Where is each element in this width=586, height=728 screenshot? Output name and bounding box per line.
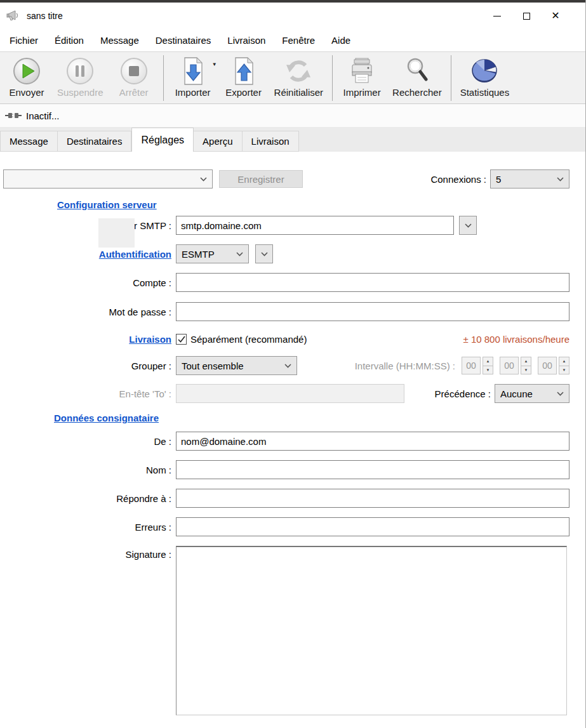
precedence-label: Précédence : [435,388,491,399]
settings-panel: Enregistrer Connexions : 5 Configuration… [0,152,585,715]
consignor-section-row: Données consignataire [0,411,569,424]
pause-button[interactable]: Suspendre [52,54,109,102]
errors-label: Erreurs : [135,522,171,533]
toolbar-separator [163,55,164,101]
interval-ss-value[interactable]: 00 [538,357,557,374]
smtp-input[interactable] [176,216,454,235]
server-config-link[interactable]: Configuration serveur [57,199,157,210]
stop-button[interactable]: Arrêter [109,54,159,102]
name-input[interactable] [176,460,569,479]
tab-strip: Message Destinataires Réglages Aperçu Li… [0,127,585,152]
menu-edition[interactable]: Édition [46,35,92,46]
import-dropdown-caret-icon[interactable]: ▼ [212,62,217,67]
maximize-icon [523,13,530,20]
menu-fichier[interactable]: Fichier [1,35,46,46]
menu-destinataires[interactable]: Destinataires [147,35,220,46]
tab-apercu[interactable]: Aperçu [194,131,243,152]
menu-livraison[interactable]: Livraison [219,35,274,46]
server-section-row: Configuration serveur [0,198,569,211]
auth-options-dropdown[interactable] [255,244,273,263]
toolbar-label: Statistiques [460,87,510,98]
menu-fenetre[interactable]: Fenêtre [274,35,323,46]
print-button[interactable]: Imprimer [336,54,387,102]
spinner-down-icon[interactable]: ▼ [521,366,531,375]
spinner-down-icon[interactable]: ▼ [483,366,493,375]
toolbar-label: Importer [175,87,211,98]
smtp-history-dropdown[interactable] [459,216,477,235]
interval-ss-spinner[interactable]: 00 ▲ ▼ [538,357,569,374]
save-button[interactable]: Enregistrer [219,170,303,188]
interval-label: Intervalle (HH:MM:SS) : [355,361,455,371]
connections-label: Connexions : [430,174,486,185]
reply-to-row: Répondre à : [0,489,569,508]
stop-circle-icon [119,56,149,86]
close-button[interactable]: ✕ [541,6,570,25]
tab-message[interactable]: Message [0,131,58,152]
check-icon [178,336,185,343]
preset-combobox[interactable] [3,169,213,189]
toolbar-label: Rechercher [392,87,442,98]
spinner-up-icon[interactable]: ▲ [483,357,493,366]
menu-message[interactable]: Message [92,35,147,46]
tab-destinataires[interactable]: Destinataires [58,131,132,152]
spinner-down-icon[interactable]: ▼ [559,366,569,375]
chevron-down-icon [557,392,564,396]
reply-to-input[interactable] [176,489,569,508]
hh-stepper[interactable]: ▲ ▼ [483,357,493,374]
minimize-icon [493,16,501,17]
account-label: Compte : [133,277,171,288]
separately-checkbox[interactable] [176,334,187,345]
window-controls: ✕ [483,6,579,25]
disconnected-plug-icon [5,110,22,121]
account-input[interactable] [176,273,569,292]
chevron-down-icon [557,177,564,182]
to-header-input [176,384,404,403]
minimize-button[interactable] [483,6,512,25]
spinner-up-icon[interactable]: ▲ [559,357,569,366]
signature-textarea[interactable] [176,546,567,715]
auth-row: Authentification ESMTP [0,244,569,263]
name-row: Nom : [0,460,569,479]
toolbar-label: Imprimer [343,87,381,98]
consignor-data-link[interactable]: Données consignataire [54,413,159,423]
status-text: Inactif... [26,110,60,121]
password-label: Mot de passe : [109,307,171,317]
interval-mm-value[interactable]: 00 [500,357,519,374]
signature-row: Signature : [0,546,569,715]
window-title: sans titre [27,11,63,21]
interval-hh-spinner[interactable]: 00 ▲ ▼ [462,357,493,374]
mm-stepper[interactable]: ▲ ▼ [521,357,531,374]
chevron-down-icon [236,252,243,256]
to-header-row: En-tête 'To' : Précédence : Aucune [0,384,569,403]
precedence-combobox[interactable]: Aucune [495,384,569,403]
connections-combobox[interactable]: 5 [490,169,569,189]
import-button[interactable]: ▼ Importer [168,54,218,102]
from-input[interactable] [176,432,569,451]
spinner-up-icon[interactable]: ▲ [521,357,531,366]
toolbar-label: Exporter [225,87,262,98]
document-arrow-down-icon [180,56,206,86]
interval-hh-value[interactable]: 00 [462,357,481,374]
reset-button[interactable]: Réinitialiser [269,54,329,102]
tab-livraison[interactable]: Livraison [243,131,299,152]
menu-bar: Fichier Édition Message Destinataires Li… [0,29,585,51]
statistics-button[interactable]: Statistiques [455,54,515,102]
toolbar-label: Envoyer [9,87,44,98]
delivery-link[interactable]: Livraison [129,334,171,345]
tab-reglages[interactable]: Réglages [131,128,194,152]
ss-stepper[interactable]: ▲ ▼ [559,357,569,374]
export-button[interactable]: Exporter [218,54,269,102]
maximize-button[interactable] [512,6,541,25]
auth-method-combobox[interactable]: ESMTP [176,244,249,263]
name-label: Nom : [146,465,171,475]
smtp-label: ur SMTP : [129,220,171,231]
group-row: Grouper : Tout ensemble Intervalle (HH:M… [0,355,569,376]
password-input[interactable] [176,302,569,321]
search-button[interactable]: Rechercher [387,54,447,102]
group-combobox[interactable]: Tout ensemble [176,356,297,375]
menu-aide[interactable]: Aide [323,35,359,46]
errors-input[interactable] [176,517,569,536]
interval-mm-spinner[interactable]: 00 ▲ ▼ [500,357,531,374]
send-button[interactable]: Envoyer [1,54,52,102]
authentication-link[interactable]: Authentification [99,249,171,260]
